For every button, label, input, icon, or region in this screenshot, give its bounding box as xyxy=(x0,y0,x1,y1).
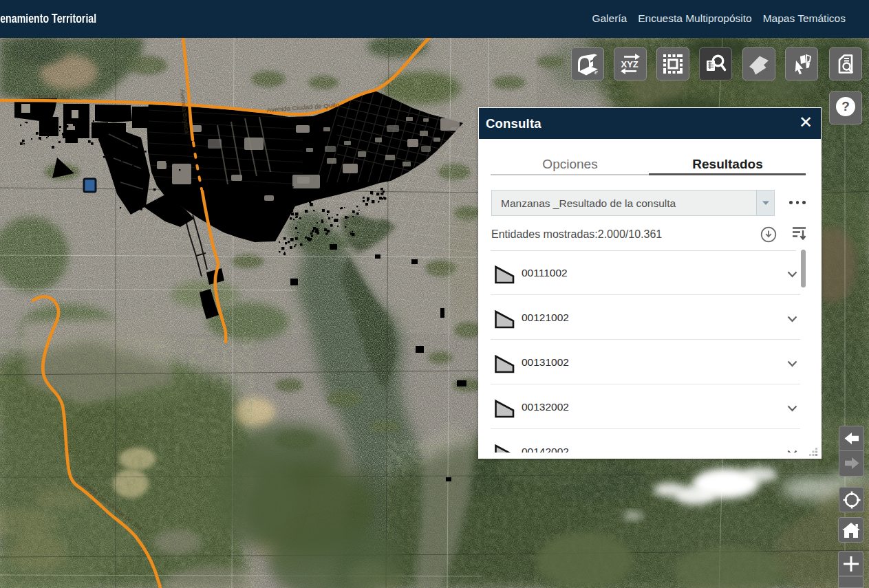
svg-text:e: e xyxy=(594,67,598,76)
svg-text:Avenida del Sur: Avenida del Sur xyxy=(24,91,70,100)
svg-text:XYZ: XYZ xyxy=(621,59,639,69)
